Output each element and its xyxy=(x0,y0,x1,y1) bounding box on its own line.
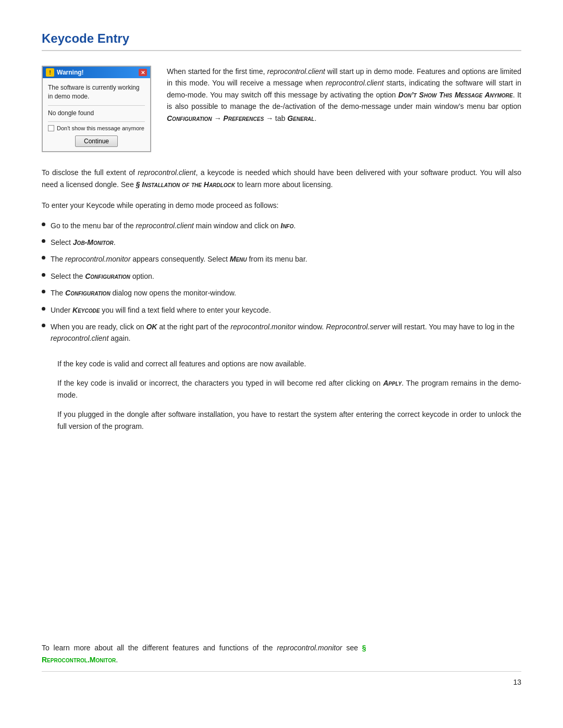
bottom-para: To learn more about all the different fe… xyxy=(42,642,521,666)
sub-para-3: If you plugged in the dongle after softw… xyxy=(57,409,521,433)
bullet-item-3: The reprocontrol.monitor appears consequ… xyxy=(42,253,521,265)
sub-para-2: If the key code is invalid or incorrect,… xyxy=(57,377,521,401)
top-general: General xyxy=(287,114,314,122)
top-p1: When started for the first time, xyxy=(167,67,267,76)
top-option: Don’t Show This Message Anymore xyxy=(398,91,513,99)
bullet-text-7: When you are ready, click on OK at the r… xyxy=(51,321,521,344)
bullet-dot xyxy=(42,324,45,327)
bullet-dot xyxy=(42,256,45,260)
page: Keycode Entry ! Warning! ✕ The software … xyxy=(0,0,563,728)
bottom-rule xyxy=(42,671,521,672)
body-para2: To enter your Keycode while operating in… xyxy=(42,200,521,212)
warning-close-button[interactable]: ✕ xyxy=(139,69,147,76)
bullet-dot xyxy=(42,307,45,311)
bullet-list: Go to the menu bar of the reprocontrol.c… xyxy=(42,220,521,350)
warning-button-row: Continue xyxy=(48,135,145,147)
continue-button[interactable]: Continue xyxy=(75,135,118,147)
page-title: Keycode Entry xyxy=(42,31,521,51)
body-para1: To disclose the full extent of reprocont… xyxy=(42,167,521,191)
bullet-text-3: The reprocontrol.monitor appears consequ… xyxy=(51,253,521,265)
dont-show-label: Don't show this message anymore xyxy=(57,125,144,131)
top-p5: tab xyxy=(273,114,287,122)
bullet-item-7: When you are ready, click on OK at the r… xyxy=(42,321,521,344)
bullet-text-4: Select the Configuration option. xyxy=(51,270,521,282)
warning-icon: ! xyxy=(46,68,54,77)
bullet-item-6: Under Keycode you will find a text field… xyxy=(42,304,521,316)
top-paragraph-text: When started for the first time, reproco… xyxy=(167,66,521,124)
warning-line1: The software is currently working in dem… xyxy=(48,83,145,101)
dont-show-checkbox[interactable] xyxy=(48,125,54,131)
sub-para-1: If the key code is valid and correct all… xyxy=(57,358,521,370)
page-number: 13 xyxy=(42,678,521,686)
bullet-text-5: The Configuration dialog now opens the m… xyxy=(51,287,521,299)
bp1-client: reprocontrol.client xyxy=(138,168,195,177)
top-client2: reprocontrol.client xyxy=(326,79,384,87)
bullet-dot xyxy=(42,239,45,243)
warning-dialog: ! Warning! ✕ The software is currently w… xyxy=(42,66,151,152)
bullet-text-2: Select Job-Monitor. xyxy=(51,237,521,248)
warning-line3: No dongle found xyxy=(48,109,145,118)
bullet-text-1: Go to the menu bar of the reprocontrol.c… xyxy=(51,220,521,231)
bullet-item-1: Go to the menu bar of the reprocontrol.c… xyxy=(42,220,521,231)
bullet-item-5: The Configuration dialog now opens the m… xyxy=(42,287,521,299)
warning-titlebar: ! Warning! ✕ xyxy=(43,67,150,78)
warning-checkbox-row: Don't show this message anymore xyxy=(48,125,145,131)
bp1-part3: to learn more about licensing. xyxy=(235,180,333,189)
top-section: ! Warning! ✕ The software is currently w… xyxy=(42,66,521,152)
bullet-dot xyxy=(42,290,45,293)
bullet-item-4: Select the Configuration option. xyxy=(42,270,521,282)
bp1-link: § Installation of the Hardlock xyxy=(136,180,235,189)
warning-body: The software is currently working in dem… xyxy=(43,78,150,151)
bullet-text-6: Under Keycode you will find a text field… xyxy=(51,304,521,316)
bp1-part1: To disclose the full extent of xyxy=(42,168,138,177)
bullet-dot xyxy=(42,223,45,226)
top-config: Configuration → Preferences → xyxy=(167,114,273,122)
bullet-item-2: Select Job-Monitor. xyxy=(42,237,521,248)
bullet-dot xyxy=(42,273,45,277)
top-p6: . xyxy=(314,114,316,122)
top-client1: reprocontrol.client xyxy=(267,67,325,76)
top-paragraph: When started for the first time, reproco… xyxy=(167,66,521,124)
warning-title: Warning! xyxy=(57,69,84,76)
